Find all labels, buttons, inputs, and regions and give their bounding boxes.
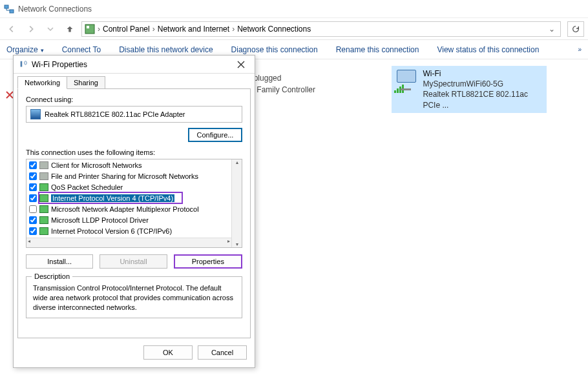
protocol-icon: [39, 194, 48, 202]
ok-button[interactable]: OK: [143, 345, 193, 360]
svg-rect-3: [87, 26, 89, 28]
wifi-properties-dialog: Wi-Fi Properties Networking Sharing Conn…: [13, 55, 255, 368]
close-button[interactable]: [233, 58, 249, 71]
properties-button[interactable]: Properties: [174, 254, 242, 269]
item-ipv6[interactable]: Internet Protocol Version 6 (TCP/IPv6): [26, 225, 231, 236]
item-client-ms-networks[interactable]: Client for Microsoft Networks: [26, 159, 231, 170]
connect-to-cmd[interactable]: Connect To: [62, 45, 101, 54]
checkbox[interactable]: [29, 227, 37, 235]
item-file-printer-sharing[interactable]: File and Printer Sharing for Microsoft N…: [26, 170, 231, 181]
chevron-right-icon: ›: [98, 25, 100, 34]
address-bar[interactable]: › Control Panel › Network and Internet ›…: [81, 21, 561, 37]
breadcrumb-control-panel[interactable]: Control Panel: [103, 25, 150, 34]
chevron-right-icon: ›: [232, 25, 235, 34]
item-ipv4[interactable]: Internet Protocol Version 4 (TCP/IPv4): [26, 192, 231, 203]
item-label: QoS Packet Scheduler: [51, 183, 123, 191]
monitor-icon: [394, 68, 417, 94]
tab-strip: Networking Sharing: [14, 74, 255, 89]
refresh-button[interactable]: [567, 21, 584, 37]
svg-rect-4: [21, 61, 23, 66]
items-label: This connection uses the following items…: [26, 148, 242, 156]
checkbox[interactable]: [29, 161, 37, 169]
wifi-connection-item[interactable]: Wi-Fi MySpectrumWiFi60-5G Realtek RTL882…: [392, 66, 547, 113]
wifi-adapter: Realtek RTL8821CE 802.11ac PCIe ...: [423, 89, 544, 110]
svg-point-5: [25, 61, 27, 64]
back-button[interactable]: [4, 21, 19, 37]
service-icon: [39, 172, 48, 180]
diagnose-cmd[interactable]: Diagnose this connection: [231, 45, 318, 54]
item-label: Client for Microsoft Networks: [51, 161, 142, 169]
protocol-icon: [39, 183, 48, 191]
checkbox[interactable]: [29, 194, 37, 202]
window-titlebar: Network Connections: [0, 0, 588, 18]
network-connections-icon: [4, 4, 14, 14]
window-title: Network Connections: [18, 5, 92, 14]
address-dropdown[interactable]: ⌄: [546, 25, 558, 34]
rename-cmd[interactable]: Rename this connection: [336, 45, 419, 54]
tab-sharing[interactable]: Sharing: [67, 76, 105, 89]
tab-networking[interactable]: Networking: [17, 76, 67, 89]
wifi-adapter-icon: [19, 60, 28, 69]
protocol-icon: [39, 216, 48, 224]
item-multiplexor[interactable]: Microsoft Network Adapter Multiplexor Pr…: [26, 203, 231, 214]
protocol-icon: [39, 227, 48, 235]
control-panel-icon: [85, 24, 95, 34]
connect-using-label: Connect using:: [26, 96, 242, 103]
item-label: Microsoft Network Adapter Multiplexor Pr…: [51, 205, 199, 213]
view-status-cmd[interactable]: View status of this connection: [437, 45, 539, 54]
wifi-signal-icon: [394, 85, 404, 93]
up-button[interactable]: [62, 21, 78, 37]
item-label: File and Printer Sharing for Microsoft N…: [51, 172, 198, 180]
checkbox[interactable]: [29, 205, 37, 213]
description-group: Description Transmission Control Protoco…: [26, 276, 242, 318]
organize-menu[interactable]: Organize: [6, 45, 44, 54]
dialog-actions: OK Cancel: [14, 339, 255, 367]
dialog-titlebar[interactable]: Wi-Fi Properties: [14, 56, 255, 74]
install-button[interactable]: Install...: [26, 254, 93, 269]
vertical-scrollbar[interactable]: [231, 159, 242, 247]
item-lldp[interactable]: Microsoft LLDP Protocol Driver: [26, 214, 231, 225]
item-qos[interactable]: QoS Packet Scheduler: [26, 181, 231, 192]
networking-panel: Connect using: Realtek RTL8821CE 802.11a…: [17, 88, 251, 338]
checkbox[interactable]: [29, 216, 37, 224]
chevron-right-icon: ›: [152, 25, 155, 34]
uninstall-button: Uninstall: [100, 254, 167, 269]
nav-row: › Control Panel › Network and Internet ›…: [0, 18, 588, 40]
item-label: Internet Protocol Version 6 (TCP/IPv6): [51, 227, 172, 235]
breadcrumb-network-connections[interactable]: Network Connections: [237, 25, 311, 34]
item-label: Internet Protocol Version 4 (TCP/IPv4): [51, 194, 174, 202]
cancel-button[interactable]: Cancel: [198, 345, 247, 360]
svg-rect-1: [10, 10, 14, 13]
dialog-title: Wi-Fi Properties: [32, 60, 87, 69]
checkbox[interactable]: [29, 183, 37, 191]
overflow-chevrons[interactable]: »: [578, 46, 582, 53]
forward-button[interactable]: [23, 21, 39, 37]
wifi-name: Wi-Fi: [423, 68, 544, 79]
breadcrumb-network-internet[interactable]: Network and Internet: [158, 25, 229, 34]
adapter-icon: [30, 109, 41, 119]
service-icon: [39, 161, 48, 169]
configure-button[interactable]: Configure...: [188, 128, 242, 142]
adapter-box[interactable]: Realtek RTL8821CE 802.11ac PCIe Adapter: [26, 106, 242, 123]
checkbox[interactable]: [29, 172, 37, 180]
items-list[interactable]: Client for Microsoft Networks File and P…: [26, 159, 231, 238]
horizontal-scrollbar[interactable]: ◂▸: [26, 238, 231, 247]
item-label: Microsoft LLDP Protocol Driver: [51, 216, 149, 224]
adapter-name: Realtek RTL8821CE 802.11ac PCIe Adapter: [45, 110, 185, 118]
description-legend: Description: [32, 272, 72, 281]
svg-rect-0: [5, 5, 8, 8]
items-listbox: Client for Microsoft Networks File and P…: [26, 159, 242, 248]
protocol-icon: [39, 205, 48, 213]
description-text: Transmission Control Protocol/Internet P…: [33, 283, 235, 312]
wifi-ssid: MySpectrumWiFi60-5G: [423, 79, 544, 89]
recent-dropdown[interactable]: [43, 21, 58, 37]
disable-device-cmd[interactable]: Disable this network device: [119, 45, 213, 54]
